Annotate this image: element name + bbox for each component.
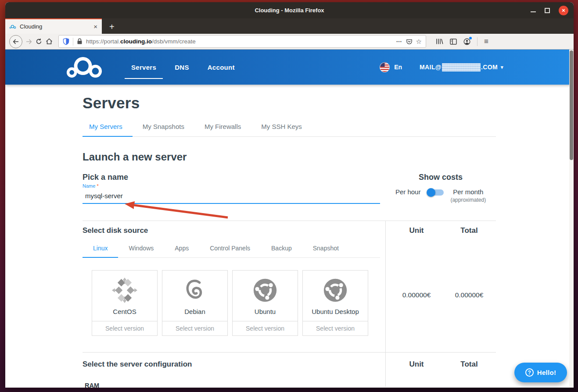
per-hour-label: Per hour	[395, 188, 421, 196]
tab-close-icon[interactable]: ×	[93, 23, 97, 30]
language-flag-icon[interactable]	[380, 62, 390, 72]
urlbar-separator	[73, 38, 73, 46]
ram-label: RAM	[83, 382, 385, 388]
nav-item-dns[interactable]: DNS	[168, 50, 196, 85]
page-viewport: Servers DNS Account	[5, 50, 574, 388]
sidebar-icon[interactable]	[450, 39, 457, 45]
maximize-button[interactable]	[545, 8, 550, 13]
browser-toolbar: https://portal.clouding.io/dsb/vmm/creat…	[5, 34, 574, 50]
os-card-debian[interactable]: Debian Select version	[162, 270, 228, 336]
tab-title: Clouding	[20, 23, 90, 30]
window-controls: ×	[531, 2, 568, 18]
server-name-input[interactable]	[83, 190, 380, 204]
os-card-ubuntu-desktop[interactable]: Ubuntu Desktop Select version	[302, 270, 368, 336]
library-icon[interactable]	[436, 38, 443, 45]
cost-period-toggle[interactable]	[427, 189, 444, 196]
page-scrollbar-thumb[interactable]	[570, 50, 573, 160]
tab-my-servers[interactable]: My Servers	[83, 123, 133, 137]
nav-item-account[interactable]: Account	[201, 50, 241, 85]
per-month-label: Per month	[453, 188, 483, 196]
debian-logo-icon	[182, 277, 208, 304]
menu-icon[interactable]: ≡	[484, 37, 488, 46]
firefox-window: Clouding - Mozilla Firefox × Clouding × …	[5, 2, 574, 388]
toolbar-separator	[477, 37, 477, 46]
tab-windows[interactable]: Windows	[118, 245, 164, 257]
close-button[interactable]: ×	[559, 6, 568, 15]
account-email[interactable]: MAIL@ .COM ▾	[420, 63, 503, 71]
os-card-ubuntu[interactable]: Ubuntu Select version	[232, 270, 298, 336]
tab-linux[interactable]: Linux	[83, 245, 118, 258]
account-notification-dot	[469, 37, 472, 39]
select-version-button[interactable]: Select version	[92, 321, 157, 335]
tab-snapshot[interactable]: Snapshot	[302, 245, 349, 257]
select-version-button[interactable]: Select version	[162, 321, 227, 335]
pocket-icon[interactable]	[406, 39, 413, 45]
os-cards: CentOS Select version	[83, 270, 385, 336]
page-title: Servers	[83, 94, 496, 112]
total-header: Total	[443, 360, 495, 369]
bookmark-star-icon[interactable]: ☆	[416, 38, 422, 46]
select-version-button[interactable]: Select version	[303, 321, 368, 335]
url-text[interactable]: https://portal.clouding.io/dsb/vmm/creat…	[86, 38, 393, 45]
help-button-label: Hello!	[537, 369, 556, 376]
toolbar-right-icons: ≡	[436, 37, 488, 46]
tab-apps[interactable]: Apps	[164, 245, 199, 257]
minimize-button[interactable]	[531, 11, 536, 12]
window-title: Clouding - Mozilla Firefox	[255, 7, 324, 14]
disk-source-section: Select disk source Linux Windows Apps Co…	[83, 221, 496, 352]
show-costs-section: Show costs Per hour Per month (approxima…	[385, 173, 496, 204]
tab-control-panels[interactable]: Control Panels	[199, 245, 261, 257]
costs-panel: Unit Total 0.00000€ 0.00000€	[385, 221, 496, 352]
total-header: Total	[443, 226, 495, 235]
reload-button[interactable]	[36, 38, 42, 45]
lock-icon[interactable]	[77, 38, 83, 45]
select-version-button[interactable]: Select version	[233, 321, 298, 335]
site-nav-right: En MAIL@ .COM ▾	[380, 62, 503, 72]
page-content: Servers My Servers My Snapshots My Firew…	[83, 94, 496, 387]
email-redacted-blur	[442, 63, 481, 71]
email-prefix: MAIL@	[420, 64, 442, 71]
email-suffix: .COM	[481, 64, 498, 71]
page-scrollbar-track[interactable]	[569, 50, 574, 388]
page-actions-icon[interactable]: ⋯	[396, 38, 402, 45]
section-tabs: My Servers My Snapshots My Firewalls My …	[83, 123, 496, 137]
firefox-account-icon[interactable]	[463, 38, 470, 45]
site-nav-menu: Servers DNS Account	[125, 50, 241, 85]
help-chat-button[interactable]: ? Hello!	[514, 363, 567, 382]
window-titlebar[interactable]: Clouding - Mozilla Firefox ×	[5, 2, 574, 18]
os-name: Debian	[184, 308, 205, 315]
nav-item-servers[interactable]: Servers	[125, 50, 163, 85]
unit-header: Unit	[390, 226, 443, 235]
browser-tab-clouding[interactable]: Clouding ×	[5, 18, 102, 34]
approximated-label: (approximated)	[450, 197, 486, 203]
browser-tabbar: Clouding × +	[5, 18, 574, 34]
disk-source-tabs: Linux Windows Apps Control Panels Backup…	[83, 245, 380, 258]
back-button[interactable]	[9, 35, 22, 48]
url-bar[interactable]: https://portal.clouding.io/dsb/vmm/creat…	[58, 35, 426, 48]
server-config-heading: Select the server configuration	[83, 360, 385, 369]
tab-my-snapshots[interactable]: My Snapshots	[133, 123, 194, 136]
tab-favicon-clouding-cloud-icon	[9, 24, 16, 29]
new-tab-button[interactable]: +	[102, 20, 122, 34]
clouding-logo-icon[interactable]	[66, 55, 103, 80]
os-card-centos[interactable]: CentOS Select version	[92, 270, 158, 336]
ubuntu-logo-icon	[251, 277, 279, 304]
server-config-section: Select the server configuration RAM Unit…	[83, 352, 496, 387]
ubuntu-desktop-logo-icon	[322, 277, 349, 304]
language-label[interactable]: En	[394, 64, 402, 71]
centos-logo-icon	[111, 277, 138, 304]
forward-button[interactable]	[26, 39, 32, 44]
costs-panel-bottom: Unit Total	[385, 353, 496, 387]
tracking-protection-shield-icon[interactable]	[63, 38, 69, 45]
toggle-knob[interactable]	[427, 188, 435, 197]
unit-header: Unit	[390, 360, 443, 369]
home-button[interactable]	[46, 38, 53, 45]
disk-source-heading: Select disk source	[83, 226, 385, 235]
tab-backup[interactable]: Backup	[261, 245, 302, 257]
total-value: 0.00000€	[443, 291, 495, 299]
os-name: Ubuntu Desktop	[312, 308, 359, 315]
tab-my-ssh-keys[interactable]: My SSH Keys	[251, 123, 312, 136]
name-field-label: Name *	[83, 183, 385, 189]
os-name: CentOS	[113, 308, 136, 315]
tab-my-firewalls[interactable]: My Firewalls	[194, 123, 251, 136]
